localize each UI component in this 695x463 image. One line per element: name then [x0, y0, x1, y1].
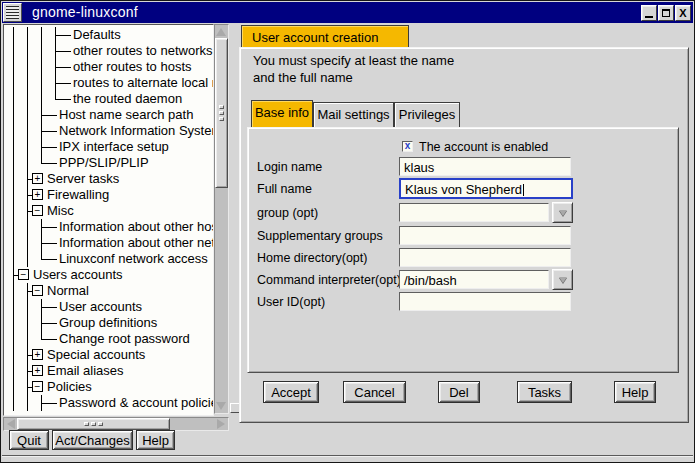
- field-value: Klaus von Shepherd: [405, 182, 522, 197]
- tree-item-misc[interactable]: −Misc: [4, 203, 214, 219]
- field-label-group-opt: group (opt): [257, 206, 318, 220]
- tree-guide-line: [13, 251, 14, 267]
- tree-guide-line: [13, 379, 14, 395]
- field-login-name[interactable]: klaus: [399, 157, 571, 176]
- tree-horizontal-scrollbar[interactable]: [3, 417, 229, 431]
- tab-privileges[interactable]: Privileges: [394, 102, 460, 127]
- tab-user-account-creation[interactable]: User account creation: [241, 25, 409, 48]
- expand-plus-icon[interactable]: +: [32, 349, 43, 360]
- tab-base-info[interactable]: Base info: [251, 100, 313, 127]
- tree-connector: [56, 35, 71, 36]
- collapse-minus-icon[interactable]: −: [18, 269, 29, 280]
- tree-item-email-aliases[interactable]: +Email aliases: [4, 363, 214, 379]
- account-enabled-checkbox[interactable]: x: [402, 141, 413, 152]
- tree-connector: [42, 323, 57, 324]
- vertical-scroll-thumb[interactable]: [215, 38, 228, 188]
- cancel-button[interactable]: Cancel: [343, 381, 406, 403]
- tree-guide-line: [27, 219, 28, 235]
- tree-guide-line: [13, 187, 14, 203]
- tree-connector: [42, 259, 57, 260]
- close-button[interactable]: X: [675, 5, 691, 21]
- tree-guide-line: [13, 363, 14, 379]
- minimize-button[interactable]: [641, 5, 657, 21]
- tree-item-label: PPP/SLIP/PLIP: [59, 155, 149, 171]
- tree-item-ipx-interface-setup[interactable]: IPX interface setup: [4, 139, 214, 155]
- footer-quit-button[interactable]: Quit: [9, 430, 49, 450]
- field-command-interpreter-opt[interactable]: /bin/bash: [399, 270, 549, 289]
- tree-item-label: Information about other hosts: [59, 219, 214, 235]
- tree-item-group-definitions[interactable]: Group definitions: [4, 315, 214, 331]
- tree-item-linuxconf-network-access[interactable]: Linuxconf network access: [4, 251, 214, 267]
- field-user-id-opt[interactable]: [399, 292, 571, 311]
- tree-guide-line: [27, 59, 28, 75]
- tree-item-label: Network Information System: [59, 123, 214, 139]
- tree-item-user-accounts[interactable]: User accounts: [4, 299, 214, 315]
- window-menu-button[interactable]: [3, 3, 22, 22]
- expand-plus-icon[interactable]: +: [32, 365, 43, 376]
- scroll-right-icon[interactable]: [217, 419, 225, 429]
- tree-connector: [42, 163, 57, 164]
- collapse-minus-icon[interactable]: −: [32, 285, 43, 296]
- tree-item-policies[interactable]: −Policies: [4, 379, 214, 395]
- scroll-down-icon[interactable]: [216, 402, 226, 410]
- thumb-grip: [84, 422, 89, 426]
- del-button[interactable]: Del: [438, 381, 480, 403]
- tree-item-other-routes-to-networks[interactable]: other routes to networks: [4, 43, 214, 59]
- tree-item-label: Normal: [47, 283, 89, 299]
- thumb-grip: [98, 422, 103, 426]
- base-info-page: x The account is enabled Login nameklaus…: [247, 127, 679, 373]
- tree-guide-line: [13, 315, 14, 331]
- tree-guide-line: [27, 43, 28, 59]
- maximize-button[interactable]: [658, 5, 674, 21]
- tree-item-other-routes-to-hosts[interactable]: other routes to hosts: [4, 59, 214, 75]
- window-bottom-edge: [2, 455, 693, 461]
- expand-plus-icon[interactable]: +: [32, 189, 43, 200]
- titlebar: gnome-linuxconf X: [2, 2, 693, 23]
- tree-item-the-routed-daemon[interactable]: the routed daemon: [4, 91, 214, 107]
- accept-button[interactable]: Accept: [263, 381, 319, 403]
- tree-item-special-accounts[interactable]: +Special accounts: [4, 347, 214, 363]
- tree-guide-line: [27, 123, 28, 139]
- tree-item-routes-to-alternate-local-nets[interactable]: routes to alternate local nets: [4, 75, 214, 91]
- tree-item-label: Password & account policies: [59, 395, 214, 411]
- tree-item-network-information-system[interactable]: Network Information System: [4, 123, 214, 139]
- tree-item-defaults[interactable]: Defaults: [4, 27, 214, 43]
- footer-act-changes-button[interactable]: Act/Changes: [52, 430, 133, 450]
- scroll-left-icon[interactable]: [7, 419, 15, 429]
- tree-item-information-about-other-hosts[interactable]: Information about other hosts: [4, 219, 214, 235]
- tree-item-label: IPX interface setup: [59, 139, 169, 155]
- tree-item-change-root-password[interactable]: Change root password: [4, 331, 214, 347]
- tree-item-normal[interactable]: −Normal: [4, 283, 214, 299]
- tree-item-users-accounts[interactable]: −Users accounts: [4, 267, 214, 283]
- field-home-directory-opt[interactable]: [399, 248, 571, 267]
- tasks-button[interactable]: Tasks: [517, 381, 572, 403]
- footer-help-button[interactable]: Help: [136, 430, 175, 450]
- tree-item-label: Firewalling: [47, 187, 109, 203]
- tree-vertical-scrollbar[interactable]: [214, 24, 229, 414]
- tree-guide-line: [27, 155, 28, 171]
- field-supplementary-groups[interactable]: [399, 226, 571, 245]
- expand-plus-icon[interactable]: +: [32, 173, 43, 184]
- tree-item-firewalling[interactable]: +Firewalling: [4, 187, 214, 203]
- tree-guide-line: [41, 27, 42, 43]
- tree-item-password-account-policies[interactable]: Password & account policies: [4, 395, 214, 411]
- scroll-up-icon[interactable]: [216, 28, 226, 36]
- combo-button-command-interpreter-opt[interactable]: [552, 269, 573, 290]
- tree-item-host-name-search-path[interactable]: Host name search path: [4, 107, 214, 123]
- tab-mail-settings[interactable]: Mail settings: [313, 102, 394, 127]
- tree-item-information-about-other-networks[interactable]: Information about other networks: [4, 235, 214, 251]
- field-full-name[interactable]: Klaus von Shepherd: [399, 178, 573, 199]
- field-group-opt[interactable]: [399, 203, 549, 222]
- tree-item-label: Defaults: [73, 27, 121, 43]
- horizontal-scroll-thumb[interactable]: [17, 418, 170, 430]
- tree-item-label: Information about other networks: [59, 235, 214, 251]
- tree-connector: [42, 243, 57, 244]
- tree-guide-line: [27, 91, 28, 107]
- collapse-minus-icon[interactable]: −: [32, 381, 43, 392]
- help-button[interactable]: Help: [614, 381, 656, 403]
- tree-item-ppp-slip-plip[interactable]: PPP/SLIP/PLIP: [4, 155, 214, 171]
- tree-item-label: other routes to hosts: [73, 59, 192, 75]
- collapse-minus-icon[interactable]: −: [32, 205, 43, 216]
- tree-item-server-tasks[interactable]: +Server tasks: [4, 171, 214, 187]
- combo-button-group-opt[interactable]: [552, 202, 573, 223]
